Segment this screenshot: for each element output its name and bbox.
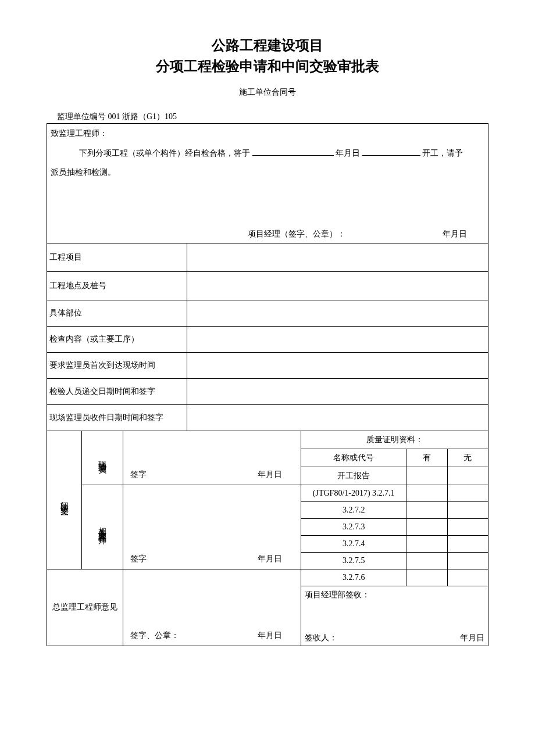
- main-form-table: 致监理工程师： 下列分项工程（或单个构件）经自检合格，将于 年月日 开工，请予 …: [47, 123, 488, 646]
- field-project[interactable]: [187, 243, 488, 271]
- field-receive[interactable]: [187, 404, 488, 431]
- doc-item-3: 3.2.7.3: [301, 518, 406, 535]
- doc-title-line1: 公路工程建设项目: [47, 35, 488, 56]
- pm-receive-label: 项目经理部签收：: [305, 590, 484, 600]
- doc-yes-4[interactable]: [406, 535, 447, 552]
- sign-seal-label: 签字、公章：: [130, 630, 179, 641]
- request-block: 致监理工程师： 下列分项工程（或单个构件）经自检合格，将于 年月日 开工，请予 …: [47, 124, 488, 243]
- pm-signature-label: 项目经理（签字、公章）：: [248, 229, 345, 239]
- label-content: 检查内容（或主要工序）: [47, 326, 187, 352]
- field-submit[interactable]: [187, 378, 488, 404]
- confirm-col: 间验认中交签: [47, 431, 82, 569]
- doc-title-line2: 分项工程检验申请和中间交验审批表: [47, 56, 488, 77]
- blank-before-date[interactable]: [252, 147, 334, 156]
- label-location: 工程地点及桩号: [47, 271, 187, 300]
- doc-yes-2[interactable]: [406, 501, 447, 518]
- doc-no-6[interactable]: [447, 569, 488, 586]
- sign-seal-date: 年月日: [258, 630, 282, 641]
- doc-yes-1[interactable]: [406, 485, 447, 501]
- doc-no-2[interactable]: [447, 501, 488, 518]
- sign-date-1: 年月日: [258, 470, 282, 480]
- specialty-engineer-sign-area[interactable]: 签字 年月日: [123, 485, 301, 569]
- doc-yes-0[interactable]: [406, 467, 447, 485]
- chief-opinion-label: 总监理工程师意见: [47, 569, 123, 646]
- doc-yes-3[interactable]: [406, 518, 447, 535]
- request-tail: 派员抽检和检测。: [51, 163, 484, 182]
- doc-yes-5[interactable]: [406, 552, 447, 569]
- specialty-engineer-col: 相关专业监理工程师: [82, 485, 123, 569]
- receiver-label: 签收人：: [305, 633, 337, 643]
- no-header: 无: [447, 449, 488, 467]
- doc-no-3[interactable]: [447, 518, 488, 535]
- reference-line: 监理单位编号 001 浙路（G1）105: [57, 112, 488, 122]
- label-part: 具体部位: [47, 300, 187, 326]
- label-project: 工程项目: [47, 243, 187, 271]
- doc-item-6: 3.2.7.6: [301, 569, 406, 586]
- request-date-label: 年月日: [336, 149, 360, 157]
- sign-label-2: 签字: [130, 554, 147, 564]
- doc-no-1[interactable]: [447, 485, 488, 501]
- doc-no-5[interactable]: [447, 552, 488, 569]
- label-first-arrival: 要求监理员首次到达现场时间: [47, 352, 187, 378]
- request-prefix: 下列分项工程（或单个构件）经自检合格，将于: [79, 149, 250, 157]
- site-supervisor-sign-area[interactable]: 签字 年月日: [123, 431, 301, 485]
- doc-item-5: 3.2.7.5: [301, 552, 406, 569]
- yes-header: 有: [406, 449, 447, 467]
- sign-date-2: 年月日: [258, 554, 282, 564]
- field-content[interactable]: [187, 326, 488, 352]
- salutation: 致监理工程师：: [51, 124, 484, 144]
- pm-receive-cell[interactable]: 项目经理部签收： 签收人： 年月日: [301, 586, 488, 646]
- label-receive: 现场监理员收件日期时间和签字: [47, 404, 187, 431]
- request-suffix: 开工，请予: [422, 149, 463, 157]
- request-para: 下列分项工程（或单个构件）经自检合格，将于 年月日 开工，请予: [51, 144, 484, 163]
- sign-label-1: 签字: [130, 470, 147, 480]
- contract-number-label: 施工单位合同号: [47, 87, 488, 98]
- field-part[interactable]: [187, 300, 488, 326]
- doc-item-4: 3.2.7.4: [301, 535, 406, 552]
- field-location[interactable]: [187, 271, 488, 300]
- doc-yes-6[interactable]: [406, 569, 447, 586]
- chief-opinion-area[interactable]: 签字、公章： 年月日: [123, 569, 301, 646]
- doc-item-2: 3.2.7.2: [301, 501, 406, 518]
- doc-no-0[interactable]: [447, 467, 488, 485]
- blank-after-date[interactable]: [362, 147, 420, 156]
- doc-no-4[interactable]: [447, 535, 488, 552]
- site-supervisor-col: 现场监理员: [82, 431, 123, 485]
- doc-item-0: 开工报告: [301, 467, 406, 485]
- receiver-date: 年月日: [460, 633, 484, 643]
- pm-signature-date: 年月日: [443, 229, 467, 239]
- field-first-arrival[interactable]: [187, 352, 488, 378]
- quality-header: 质量证明资料：: [301, 431, 488, 449]
- name-code-header: 名称或代号: [301, 449, 406, 467]
- doc-item-1: (JTGF80/1-2017) 3.2.7.1: [301, 485, 406, 501]
- label-submit: 检验人员递交日期时间和签字: [47, 378, 187, 404]
